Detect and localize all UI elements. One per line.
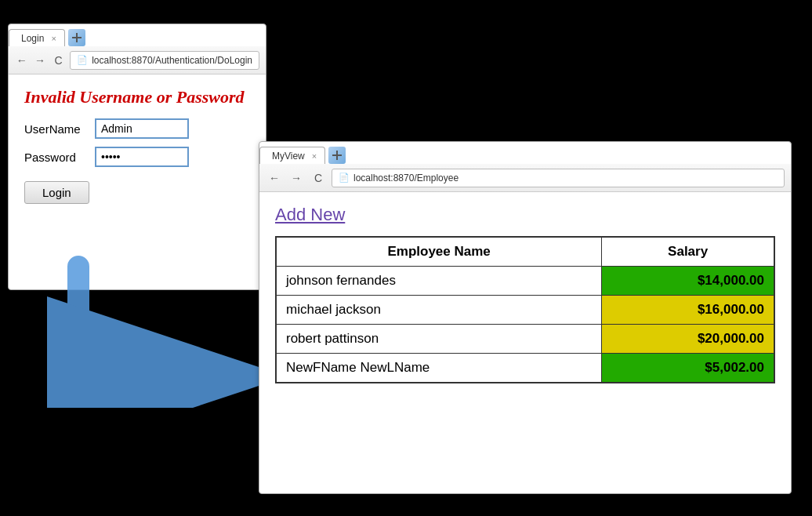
username-row: UserName [24,118,250,139]
salary-cell: $5,002.00 [602,354,774,383]
username-input[interactable] [95,118,189,139]
table-row: robert pattinson$20,000.00 [276,325,774,354]
col-salary: Salary [602,237,774,267]
flow-arrow [47,251,266,408]
table-row: NewFName NewLName$5,002.00 [276,354,774,383]
username-label: UserName [24,122,95,136]
login-tab-label: Login [21,33,44,44]
login-tab-close[interactable]: × [51,34,56,43]
myview-refresh-button[interactable]: C [310,169,327,187]
login-tab[interactable]: Login × [9,29,65,46]
employee-name-cell: michael jackson [276,296,602,325]
myview-forward-button[interactable]: → [288,169,305,187]
table-header-row: Employee Name Salary [276,237,774,267]
employee-name-cell: johnson fernandes [276,267,602,296]
employee-name-cell: robert pattinson [276,325,602,354]
url-text: localhost:8870/Authentication/DoLogin [92,55,252,66]
back-button[interactable]: ← [15,52,28,69]
employee-table: Employee Name Salary johnson fernandes$1… [275,236,775,383]
forward-button[interactable]: → [33,52,46,69]
myview-tab-close[interactable]: × [312,151,317,161]
col-employee-name: Employee Name [276,237,602,267]
page-icon-nav: 📄 [77,55,88,65]
login-tab-bar: Login × [9,24,266,46]
salary-cell: $20,000.00 [602,325,774,354]
password-label: Password [24,151,95,164]
myview-back-button[interactable]: ← [266,169,283,187]
salary-cell: $16,000.00 [602,296,774,325]
myview-page-icon-nav: 📄 [339,173,350,183]
login-button[interactable]: Login [24,181,89,204]
login-browser-window: Login × ← → C 📄 localhost:8870/Authentic… [8,24,266,290]
add-new-link[interactable]: Add New [275,205,345,225]
login-navbar: ← → C 📄 localhost:8870/Authentication/Do… [9,46,266,74]
myview-tab-bar: MyView × [259,142,791,164]
password-row: Password [24,147,250,167]
myview-navbar: ← → C 📄 localhost:8870/Employee [259,164,791,192]
myview-browser-window: MyView × ← → C 📄 localhost:8870/Employee… [259,141,792,494]
password-input[interactable] [95,147,189,167]
refresh-button[interactable]: C [52,52,65,69]
salary-cell: $14,000.00 [602,267,774,296]
address-bar[interactable]: 📄 localhost:8870/Authentication/DoLogin [70,51,259,70]
myview-tab-label: MyView [272,151,305,162]
table-row: johnson fernandes$14,000.00 [276,267,774,296]
myview-tab[interactable]: MyView × [259,147,325,164]
new-tab-button[interactable] [68,29,85,46]
arrow-container [47,251,266,408]
myview-new-tab-button[interactable] [328,147,346,164]
error-message: Invalid Username or Password [24,87,250,107]
myview-address-bar[interactable]: 📄 localhost:8870/Employee [332,169,785,187]
myview-url-text: localhost:8870/Employee [353,173,459,184]
employee-name-cell: NewFName NewLName [276,354,602,383]
table-row: michael jackson$16,000.00 [276,296,774,325]
myview-content: Add New Employee Name Salary johnson fer… [259,192,791,396]
login-content: Invalid Username or Password UserName Pa… [9,74,266,216]
